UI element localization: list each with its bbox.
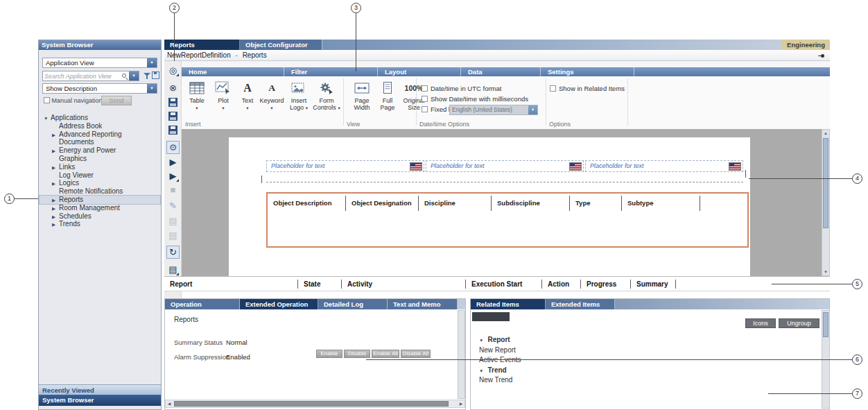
scroll-down-icon[interactable]: ▼ (822, 268, 829, 275)
save-icon[interactable] (166, 96, 180, 109)
cancel-icon[interactable]: ⊗ (166, 81, 180, 94)
export-excel-icon[interactable]: ▤ (166, 229, 180, 242)
tree-item[interactable]: Advanced Reporting (40, 130, 160, 139)
tree-item[interactable]: Trends (40, 220, 160, 228)
checkbox[interactable] (422, 96, 428, 102)
report-table[interactable]: Object Description Object Designation Di… (266, 192, 749, 248)
ribbon-tab[interactable]: Layout (378, 67, 461, 76)
checkbox-row[interactable]: Show Date/time with milliseconds (422, 95, 528, 105)
related-item[interactable]: New Report (471, 345, 817, 356)
chevron-down-icon[interactable]: ▼ (528, 105, 537, 114)
tree-item[interactable]: Address Book (40, 122, 160, 130)
text-placeholder[interactable]: Placeholder for text (426, 160, 584, 172)
locate-target-icon[interactable]: ◎ (166, 64, 180, 77)
tree-item[interactable]: Reports (40, 196, 160, 204)
panel-tab[interactable]: Related Items (471, 299, 546, 309)
checkbox-row[interactable]: Show in Related Items (550, 85, 625, 95)
run-report-icon[interactable]: ▶ (166, 155, 180, 169)
save-as-icon[interactable] (166, 110, 180, 123)
scroll-left-icon[interactable]: ◀ (166, 400, 173, 407)
auto-update-icon[interactable]: ↻ (166, 246, 180, 259)
full-page-button[interactable]: Full Page (376, 79, 399, 111)
tree-item[interactable]: Links (40, 163, 160, 171)
report-table-column[interactable]: Subtype (622, 196, 700, 211)
grid-column-header[interactable]: Activity (342, 280, 466, 289)
form-controls-button[interactable]: Form Controls ▾ (312, 79, 341, 112)
command-button[interactable]: Disable (344, 350, 370, 358)
tree-expander-icon[interactable] (52, 196, 59, 205)
grid-column-header[interactable]: Report (164, 280, 298, 289)
locale-selector[interactable]: English (United States) ▼ (449, 105, 538, 115)
report-designer-canvas[interactable]: Placeholder for text Placeholder for tex… (182, 129, 822, 276)
related-item[interactable]: New Trend (471, 375, 817, 386)
run-options-icon[interactable]: ▶ (166, 169, 180, 182)
system-browser-footer-tab[interactable]: System Browser (39, 395, 161, 406)
tree-expander-icon[interactable] (44, 114, 51, 123)
tree-item[interactable]: Documents (40, 138, 160, 146)
operation-vertical-scrollbar[interactable] (458, 310, 465, 399)
command-button[interactable]: Enable (316, 350, 342, 358)
tree-expander-icon[interactable] (52, 205, 59, 213)
command-button[interactable]: Enable All (372, 350, 399, 358)
manual-navigation-checkbox[interactable] (44, 97, 50, 103)
report-table-column[interactable]: Object Designation (346, 196, 419, 211)
scrollbar-thumb[interactable] (823, 138, 828, 228)
checkbox[interactable] (422, 85, 428, 92)
chevron-down-icon[interactable]: ▼ (147, 58, 157, 67)
search-input[interactable] (44, 71, 116, 80)
panel-tab[interactable]: Detailed Log (318, 299, 388, 309)
text-placeholder[interactable]: Placeholder for text (266, 160, 424, 172)
related-item[interactable]: Report (471, 335, 817, 345)
send-button[interactable]: Send (101, 96, 132, 105)
tree-expander-icon[interactable] (52, 164, 59, 172)
grid-column-header[interactable]: State (298, 280, 342, 289)
pin-icon[interactable] (818, 53, 824, 58)
grid-column-header[interactable]: Execution Start (466, 280, 542, 289)
insert-text-button[interactable]: A Text ▾ (237, 79, 258, 112)
grid-column-header[interactable]: Summary (631, 280, 676, 289)
breadcrumb-root[interactable]: NewReportDefinition (167, 51, 231, 59)
report-table-column[interactable]: Discipline (419, 196, 492, 211)
ribbon-tab[interactable]: Settings (541, 67, 634, 76)
show-description-selector[interactable]: Show Description ▼ (42, 83, 157, 94)
filter-icon[interactable] (143, 72, 151, 80)
ribbon-tab[interactable]: Home (182, 67, 284, 76)
grid-column-header[interactable]: Progress (581, 280, 631, 289)
checkbox-row[interactable]: Date/time in UTC format (422, 85, 528, 95)
tree-item[interactable]: Applications (40, 114, 160, 122)
tree-item[interactable]: Schedules (40, 212, 160, 221)
report-table-column[interactable]: Object Description (268, 196, 346, 211)
scrollbar-thumb[interactable] (823, 312, 828, 337)
related-item[interactable]: Active Events (471, 355, 817, 366)
checkbox[interactable] (550, 85, 556, 92)
tree-item[interactable]: Log Viewer (40, 171, 160, 180)
scrollbar-thumb[interactable] (174, 401, 449, 407)
chevron-down-icon[interactable]: ▼ (147, 84, 157, 93)
operation-horizontal-scrollbar[interactable]: ◀ ▶ (165, 400, 465, 408)
tab-reports[interactable]: Reports (164, 40, 239, 50)
grid-column-header[interactable]: Action (542, 280, 581, 289)
panel-tab[interactable]: Text and Memo (388, 299, 458, 309)
view-option-button[interactable]: Ungroup (779, 318, 819, 328)
view-option-button[interactable]: Icons (745, 318, 776, 328)
checkbox[interactable] (422, 106, 428, 112)
tree-expander-icon[interactable] (52, 221, 59, 229)
settings-gear-icon[interactable]: ⚙ (166, 141, 180, 154)
scroll-up-icon[interactable]: ▲ (822, 130, 829, 137)
tree-item[interactable]: Remote Notifications (40, 187, 160, 196)
report-table-column[interactable]: Type (570, 196, 622, 211)
insert-plot-button[interactable]: Plot ▾ (210, 79, 236, 112)
language-flag-icon[interactable] (570, 163, 581, 170)
save-view-icon[interactable] (152, 71, 159, 79)
canvas-vertical-scrollbar[interactable]: ▲ ▼ (822, 129, 830, 276)
language-flag-icon[interactable] (410, 163, 422, 170)
recently-viewed-bar[interactable]: Recently Viewed (39, 384, 161, 395)
export-definition-icon[interactable]: ▤ (166, 263, 180, 276)
report-page[interactable]: Placeholder for text Placeholder for tex… (229, 137, 750, 276)
search-box[interactable]: ▼ (42, 71, 139, 81)
insert-table-button[interactable]: Table ▾ (184, 79, 209, 112)
panel-tab[interactable]: Operation (165, 299, 240, 309)
edit-icon[interactable]: ✎ (166, 199, 180, 212)
ribbon-tab[interactable]: Filter (284, 67, 378, 76)
stop-icon[interactable]: ■ (166, 183, 180, 196)
